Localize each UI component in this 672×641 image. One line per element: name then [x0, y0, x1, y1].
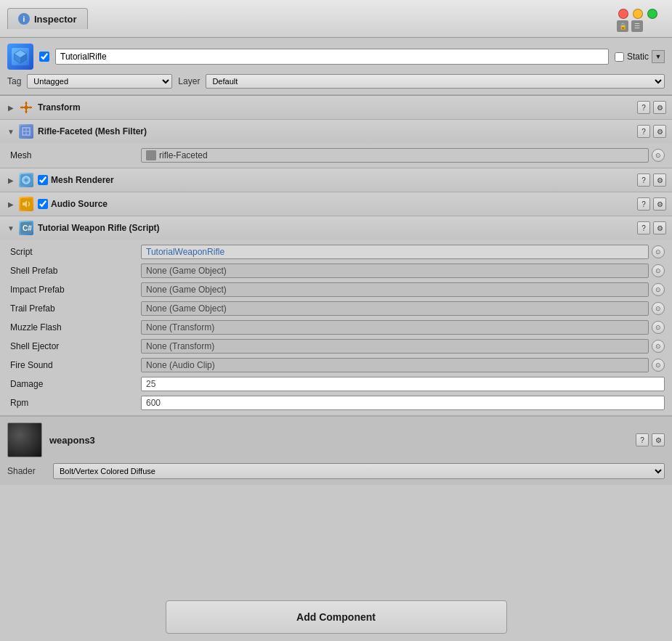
- audiosource-checkbox[interactable]: [38, 199, 48, 209]
- script-ref-picker[interactable]: ⊙: [652, 245, 665, 258]
- meshfilter-title: Rifle-Faceted (Mesh Filter): [38, 126, 637, 136]
- shell-ejector-label: Shell Ejector: [10, 341, 141, 351]
- fire-sound-label: Fire Sound: [10, 360, 141, 370]
- add-component-button[interactable]: Add Component: [166, 600, 507, 634]
- object-name-row: Static ▼: [7, 44, 665, 70]
- tag-layer-row: Tag Untagged Layer Default: [7, 74, 665, 89]
- tag-select[interactable]: Untagged: [27, 74, 172, 89]
- shell-prefab-label: Shell Prefab: [10, 266, 141, 276]
- shell-ejector-value: None (Transform): [141, 339, 649, 354]
- meshfilter-header[interactable]: ▼ Rifle-Faceted (Mesh Filter) ? ⚙: [0, 120, 672, 143]
- audiosource-title: Audio Source: [51, 199, 637, 209]
- fire-sound-picker[interactable]: ⊙: [652, 359, 665, 372]
- transform-header[interactable]: ▶ Transform ? ⚙: [0, 96, 672, 119]
- trail-prefab-value: None (Game Object): [141, 301, 649, 316]
- static-label: Static: [627, 52, 649, 62]
- title-text: Inspector: [34, 14, 77, 25]
- mesh-picker-btn[interactable]: ⊙: [652, 149, 665, 162]
- muzzle-flash-label: Muzzle Flash: [10, 322, 141, 332]
- transform-expand-arrow: ▶: [6, 102, 16, 113]
- meshfilter-icon: [19, 124, 33, 139]
- layer-select[interactable]: Default: [206, 74, 665, 89]
- script-ref-text: TutorialWeaponRifle: [146, 247, 224, 257]
- title-bar-icons: 🔒 ☰: [617, 20, 643, 32]
- rpm-value-text: 600: [146, 398, 161, 408]
- mesh-field-row: Mesh rifle-Faceted ⊙: [0, 146, 672, 165]
- meshrenderer-checkbox[interactable]: [38, 175, 48, 185]
- fire-sound-value: None (Audio Clip): [141, 358, 649, 372]
- mesh-value-text: rifle-Faceted: [159, 150, 208, 160]
- shell-prefab-row: Shell Prefab None (Game Object) ⊙: [0, 261, 672, 280]
- meshfilter-component: ▼ Rifle-Faceted (Mesh Filter) ? ⚙ Mesh: [0, 120, 672, 168]
- audiosource-help-btn[interactable]: ?: [637, 197, 650, 211]
- trail-prefab-picker[interactable]: ⊙: [652, 302, 665, 315]
- meshrenderer-help-btn[interactable]: ?: [637, 173, 650, 187]
- impact-prefab-picker[interactable]: ⊙: [652, 283, 665, 296]
- static-checkbox[interactable]: [615, 52, 624, 62]
- damage-value[interactable]: 25: [141, 377, 665, 391]
- damage-row: Damage 25: [0, 375, 672, 393]
- shader-select[interactable]: Bolt/Vertex Colored Diffuse: [53, 463, 665, 479]
- object-name-input[interactable]: [55, 49, 609, 65]
- mesh-asset-icon: [146, 150, 156, 160]
- active-checkbox-wrap[interactable]: [39, 52, 49, 62]
- script-fields: Script TutorialWeaponRifle ⊙ Shell Prefa…: [0, 240, 672, 415]
- trail-prefab-label: Trail Prefab: [10, 303, 141, 314]
- rpm-label: Rpm: [10, 398, 141, 408]
- impact-prefab-label: Impact Prefab: [10, 285, 141, 295]
- trail-prefab-row: Trail Prefab None (Game Object) ⊙: [0, 299, 672, 318]
- fire-sound-row: Fire Sound None (Audio Clip) ⊙: [0, 356, 672, 375]
- inspector-tab[interactable]: i Inspector: [7, 8, 88, 29]
- static-wrap: Static ▼: [615, 50, 665, 63]
- shell-ejector-row: Shell Ejector None (Transform) ⊙: [0, 337, 672, 356]
- rpm-row: Rpm 600: [0, 393, 672, 412]
- audiosource-actions: ? ⚙: [637, 197, 666, 211]
- material-settings-btn[interactable]: ⚙: [652, 433, 665, 446]
- material-header: weapons3 ? ⚙: [7, 422, 665, 457]
- material-help-btn[interactable]: ?: [636, 433, 649, 446]
- shader-row: Shader Bolt/Vertex Colored Diffuse: [7, 463, 665, 479]
- meshrenderer-header[interactable]: ▶ Mesh Renderer ? ⚙: [0, 168, 672, 192]
- script-help-btn[interactable]: ?: [637, 221, 650, 234]
- menu-icon[interactable]: ☰: [631, 20, 643, 32]
- meshfilter-expand-arrow: ▼: [6, 126, 16, 136]
- svg-point-4: [25, 106, 28, 110]
- minimize-button[interactable]: [633, 9, 643, 19]
- damage-value-text: 25: [146, 379, 155, 389]
- shader-label: Shader: [7, 466, 47, 476]
- damage-label: Damage: [10, 379, 141, 389]
- audiosource-header[interactable]: ▶ Audio Source ? ⚙: [0, 192, 672, 216]
- inspector-content: Static ▼ Tag Untagged Layer Default ▶: [0, 38, 672, 641]
- window-controls: [618, 9, 657, 19]
- script-actions: ? ⚙: [637, 221, 666, 234]
- active-checkbox[interactable]: [39, 52, 49, 62]
- rpm-value[interactable]: 600: [141, 396, 665, 410]
- title-bar: i Inspector 🔒 ☰: [0, 0, 672, 38]
- shell-prefab-value: None (Game Object): [141, 264, 649, 278]
- mesh-value: rifle-Faceted: [141, 148, 649, 163]
- meshfilter-settings-btn[interactable]: ⚙: [653, 125, 666, 138]
- lock-icon[interactable]: 🔒: [617, 20, 628, 32]
- script-title: Tutorial Weapon Rifle (Script): [38, 223, 637, 233]
- cube-icon: [12, 48, 29, 65]
- transform-help-btn[interactable]: ?: [637, 101, 650, 114]
- script-settings-btn[interactable]: ⚙: [653, 221, 666, 234]
- script-header[interactable]: ▼ C# Tutorial Weapon Rifle (Script) ? ⚙: [0, 216, 672, 240]
- audiosource-settings-btn[interactable]: ⚙: [653, 197, 666, 211]
- meshrenderer-actions: ? ⚙: [637, 173, 666, 187]
- muzzle-flash-row: Muzzle Flash None (Transform) ⊙: [0, 318, 672, 337]
- muzzle-flash-picker[interactable]: ⊙: [652, 321, 665, 334]
- script-ref-label: Script: [10, 247, 141, 257]
- meshfilter-fields: Mesh rifle-Faceted ⊙: [0, 143, 672, 168]
- object-icon-inner: [12, 48, 29, 65]
- close-button[interactable]: [618, 9, 628, 19]
- meshfilter-help-btn[interactable]: ?: [637, 125, 650, 138]
- layer-label: Layer: [178, 76, 200, 86]
- maximize-button[interactable]: [647, 9, 657, 19]
- shell-prefab-picker[interactable]: ⊙: [652, 264, 665, 277]
- transform-settings-btn[interactable]: ⚙: [653, 101, 666, 114]
- shell-ejector-picker[interactable]: ⊙: [652, 340, 665, 353]
- static-dropdown[interactable]: ▼: [652, 50, 665, 63]
- meshfilter-actions: ? ⚙: [637, 125, 666, 138]
- meshrenderer-settings-btn[interactable]: ⚙: [653, 173, 666, 187]
